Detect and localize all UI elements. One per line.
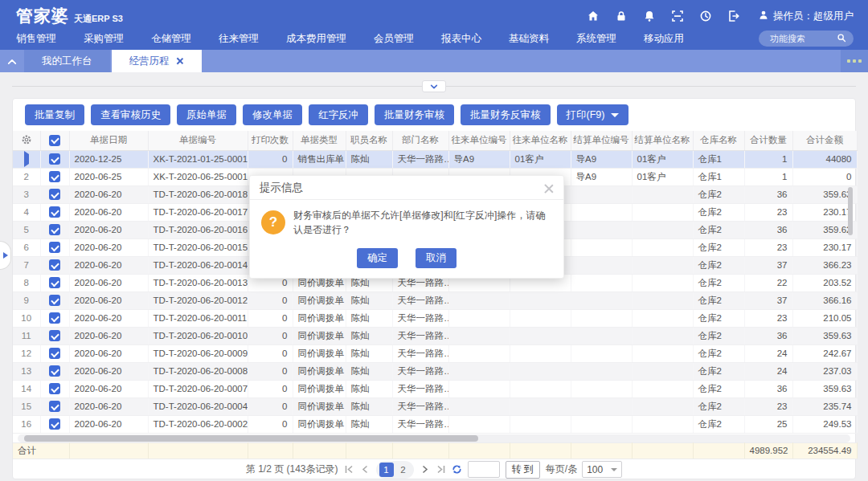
cell-wh: 仓库2 xyxy=(693,203,744,221)
row-checkbox[interactable] xyxy=(49,330,60,341)
goto-page-button[interactable]: 转 到 xyxy=(506,461,540,479)
menu-item-8[interactable]: 系统管理 xyxy=(576,32,616,46)
home-icon[interactable] xyxy=(587,10,600,22)
operator-label[interactable]: 操作员：超级用户 xyxy=(758,10,854,23)
table-row[interactable]: 142020-06-20TD-T-2020-06-20-00070同价调拨单陈灿… xyxy=(13,380,857,397)
logout-icon[interactable] xyxy=(727,10,740,22)
menu-item-9[interactable]: 移动应用 xyxy=(644,32,684,46)
toolbar-button-5[interactable]: 批量财务审核 xyxy=(375,104,454,125)
page-button-1[interactable]: 1 xyxy=(379,463,394,477)
column-header-emp[interactable]: 职员名称 xyxy=(346,131,392,150)
menu-item-5[interactable]: 会员管理 xyxy=(374,32,414,46)
row-checkbox[interactable] xyxy=(49,189,60,200)
row-checkbox[interactable] xyxy=(49,153,60,165)
menu-item-1[interactable]: 采购管理 xyxy=(84,32,124,46)
table-row[interactable]: 132020-06-20TD-T-2020-06-20-00080同价调拨单陈灿… xyxy=(13,362,857,380)
row-checkbox[interactable] xyxy=(49,295,60,306)
cell-code: TD-T-2020-06-20-0015 xyxy=(148,238,248,256)
prev-page-icon[interactable] xyxy=(360,464,371,475)
row-checkbox[interactable] xyxy=(49,365,60,377)
horizontal-scrollbar[interactable] xyxy=(24,435,478,442)
menu-item-0[interactable]: 销售管理 xyxy=(16,32,56,46)
main-menu: 销售管理采购管理仓储管理往来管理成本费用管理会员管理报表中心基础资料系统管理移动… xyxy=(16,32,684,46)
next-page-icon[interactable] xyxy=(420,464,430,475)
side-panel-expander[interactable] xyxy=(0,241,11,270)
row-checkbox[interactable] xyxy=(49,348,60,359)
column-header-prints[interactable]: 打印次数 xyxy=(248,131,293,150)
cancel-button[interactable]: 取消 xyxy=(416,248,457,268)
row-checkbox[interactable] xyxy=(49,259,60,271)
menu-item-7[interactable]: 基础资料 xyxy=(509,32,549,46)
menu-item-3[interactable]: 往来管理 xyxy=(219,32,259,46)
table-row[interactable]: 92020-06-20TD-T-2020-06-20-00120同价调拨单陈灿天… xyxy=(13,291,857,309)
history-icon[interactable] xyxy=(699,10,712,22)
search-icon[interactable] xyxy=(837,31,846,46)
table-row[interactable]: 112020-06-20TD-T-2020-06-20-00100同价调拨单陈灿… xyxy=(13,327,857,344)
table-row[interactable]: 2020-12-25XK-T-2021-01-25-00010销售出库单陈灿天华… xyxy=(13,150,857,168)
column-header-scode[interactable]: 结算单位编号 xyxy=(571,131,632,150)
refresh-icon[interactable] xyxy=(452,464,462,475)
menu-item-6[interactable]: 报表中心 xyxy=(441,32,481,46)
first-page-icon[interactable] xyxy=(344,464,354,475)
select-all-checkbox[interactable] xyxy=(49,135,60,146)
row-checkbox[interactable] xyxy=(49,242,60,253)
tab-close-icon[interactable] xyxy=(176,57,184,65)
toolbar-button-6[interactable]: 批量财务反审核 xyxy=(461,104,551,125)
row-checkbox[interactable] xyxy=(49,206,60,218)
column-header-pname[interactable]: 往来单位名称 xyxy=(510,131,571,150)
row-checkbox[interactable] xyxy=(49,171,60,182)
lock-icon[interactable] xyxy=(615,10,628,22)
row-checkbox[interactable] xyxy=(49,401,60,412)
row-checkbox[interactable] xyxy=(49,224,60,235)
column-header-dept[interactable]: 部门名称 xyxy=(392,131,448,150)
page-button-2[interactable]: 2 xyxy=(396,463,411,477)
scan-icon[interactable] xyxy=(671,10,684,22)
column-header-code[interactable]: 单据编号 xyxy=(148,131,248,150)
table-row[interactable]: 122020-06-20TD-T-2020-06-20-00090同价调拨单陈灿… xyxy=(13,344,857,362)
table-row[interactable]: 102020-06-20TD-T-2020-06-20-00110同价调拨单陈灿… xyxy=(13,309,857,327)
cell-code: TD-T-2020-06-20-0010 xyxy=(148,327,248,344)
per-page-select[interactable]: 100 xyxy=(582,461,622,478)
row-checkbox[interactable] xyxy=(49,312,60,324)
column-header-qty[interactable]: 合计数量 xyxy=(744,131,792,150)
column-header-pcode[interactable]: 往来单位编号 xyxy=(448,131,510,150)
vertical-scrollbar[interactable] xyxy=(848,187,853,235)
collapse-tabs-icon[interactable] xyxy=(0,50,24,72)
function-search-input[interactable]: 功能搜索 xyxy=(759,31,854,47)
row-number-cell: 9 xyxy=(13,291,40,309)
cell-pcode xyxy=(448,309,510,327)
column-header-amt[interactable]: 合计金额 xyxy=(792,131,857,150)
filter-collapse-button[interactable] xyxy=(422,80,446,92)
column-header-type[interactable]: 单据类型 xyxy=(293,131,346,150)
bell-icon[interactable] xyxy=(643,10,656,22)
cell-scode xyxy=(571,274,632,291)
toolbar-button-2[interactable]: 原始单据 xyxy=(177,104,236,125)
row-checkbox[interactable] xyxy=(49,383,60,394)
table-row[interactable]: 162020-06-20TD-T-2020-06-20-00020同价调拨单陈灿… xyxy=(13,415,857,433)
menu-item-2[interactable]: 仓储管理 xyxy=(151,32,191,46)
goto-page-input[interactable] xyxy=(468,461,500,478)
confirm-button[interactable]: 确定 xyxy=(357,248,398,268)
cell-qty: 23 xyxy=(744,397,792,415)
last-page-icon[interactable] xyxy=(436,464,446,475)
menu-item-4[interactable]: 成本费用管理 xyxy=(286,32,346,46)
row-checkbox[interactable] xyxy=(49,277,60,288)
cell-amt: 359.63 xyxy=(792,380,857,397)
gear-icon[interactable] xyxy=(21,134,32,145)
toolbar-button-3[interactable]: 修改单据 xyxy=(243,104,302,125)
toolbar-button-1[interactable]: 查看审核历史 xyxy=(91,104,170,125)
toolbar: 批量复制查看审核历史原始单据修改单据红字反冲批量财务审核批量财务反审核 打印(F… xyxy=(13,99,855,131)
row-checkbox[interactable] xyxy=(49,418,60,430)
column-header-date[interactable]: 单据日期 xyxy=(69,131,148,150)
table-row[interactable]: 152020-06-20TD-T-2020-06-20-00040同价调拨单陈灿… xyxy=(13,397,857,415)
print-button[interactable]: 打印(F9) xyxy=(557,104,629,125)
dialog-close-icon[interactable] xyxy=(544,183,554,193)
toolbar-button-0[interactable]: 批量复制 xyxy=(25,104,84,125)
tab-1[interactable]: 经营历程 xyxy=(112,50,202,72)
toolbar-button-4[interactable]: 红字反冲 xyxy=(309,104,368,125)
cell-dept: 天华一路路… xyxy=(392,380,448,397)
column-header-wh[interactable]: 仓库名称 xyxy=(693,131,744,150)
tab-0[interactable]: 我的工作台 xyxy=(24,50,110,72)
column-header-sname[interactable]: 结算单位名称 xyxy=(632,131,693,150)
tab-overflow-button[interactable] xyxy=(841,50,868,72)
